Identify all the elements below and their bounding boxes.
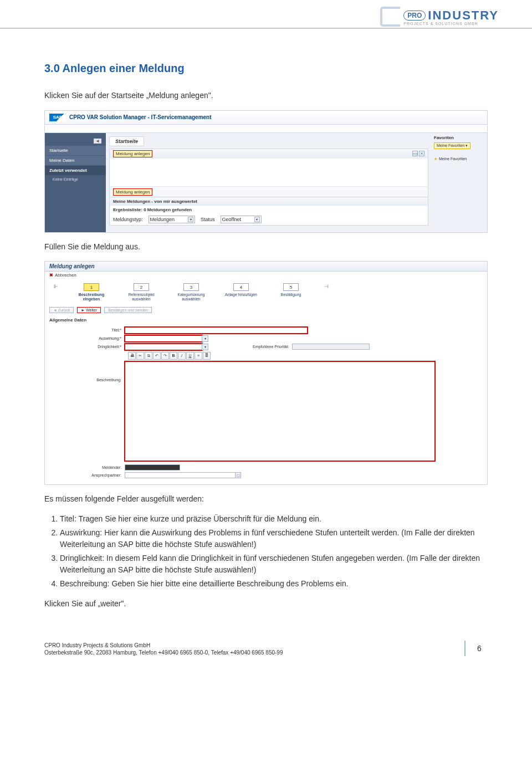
dringlichkeit-select[interactable] [125,344,202,350]
sap-window-header: SAP CPRO VAR Solution Manager - IT-Servi… [45,111,487,125]
section-heading: 3.0 Anlegen einer Meldung [44,62,488,75]
list-item: Titel: Tragen Sie hier eine kurze und pr… [60,513,488,525]
sidebar-item-keine-eintraege: Keine Einträge [45,175,106,183]
list-intro-paragraph: Es müssen folgende Felder ausgefüllt wer… [44,494,488,505]
meldungstyp-select[interactable]: Meldungen▾ [149,216,196,223]
favorites-heading: Favoriten [434,135,485,140]
copy-icon[interactable]: ⧉ [145,352,152,360]
value-help-icon[interactable]: ▢ [235,472,241,478]
app-title: CPRO VAR Solution Manager - IT-Servicema… [69,114,212,120]
close-icon: ✖ [49,273,53,278]
company-logo: PRO INDUSTRY PROJECTS & SOLUTIONS GMBH [380,7,499,27]
status-select[interactable]: Geöffnet▾ [221,216,262,223]
wizard-step-1[interactable]: 1Beschreibung eingeben [75,283,108,301]
cut-icon[interactable]: ✂ [136,352,144,360]
wizard-step-5[interactable]: 5Bestätigung [274,283,308,297]
abbrechen-button[interactable]: Abbrechen [55,273,76,278]
main-panel: Startseite Meldung anlegen ▭× Meldung an… [106,133,432,232]
auswirkung-select[interactable] [125,335,202,342]
meldender-label: Meldender: [50,466,125,469]
footer-address: Osterbekstraße 90c, 22083 Hamburg, Telef… [44,649,459,656]
list-item: Dringlichkeit: In diesem Feld kann die D… [60,553,488,576]
closing-paragraph: Klicken Sie auf „weiter". [44,599,488,610]
meldung-anlegen-link-header[interactable]: Meldung anlegen [113,150,152,157]
print-icon[interactable]: 🖶 [128,352,136,360]
align-left-icon[interactable]: ≡ [195,352,202,360]
empfohlene-prio-display [292,344,370,350]
meldender-input[interactable] [125,464,180,471]
collapse-icon[interactable]: ◄ [94,139,101,144]
dropdown-arrow-icon: ▾ [188,217,193,222]
field-list: Titel: Tragen Sie hier eine kurze und pr… [60,513,488,590]
window-controls-icon[interactable]: ▭× [412,151,424,156]
wizard-step-4[interactable]: 4Anlage hinzufügen [224,283,258,297]
step-start-icon: ⊩ [54,284,58,289]
favorites-panel: Favoriten Meine Favoriten ▾ ★Meine Favor… [432,133,487,232]
logo-main-text: INDUSTRY [428,8,499,23]
sidebar: ◄ Startseite Meine Daten Zuletzt verwend… [45,133,106,232]
richtext-toolbar: 🖶 ✂ ⧉ ↶ ↷ B I U ≡ ≣ [128,352,482,360]
auswirkung-label: Auswirkung:* [50,336,125,340]
titel-label: Titel:* [50,328,125,332]
dropdown-arrow-icon: ▾ [254,217,260,222]
allgemeine-daten-heading: Allgemeine Daten [45,314,487,326]
page-footer: CPRO Industry Projects & Solutions GmbH … [0,641,532,673]
sidebar-header-zuletzt: Zuletzt verwendet [45,166,106,175]
meine-favoriten-button[interactable]: Meine Favoriten ▾ [434,142,470,149]
ansprechpartner-label: Ansprechpartner: [50,473,125,477]
tab-startseite[interactable]: Startseite [109,136,144,146]
list-item: Auswirkung: Hier kann die Auswirkung des… [60,527,488,550]
meldung-anlegen-button[interactable]: Meldung anlegen [113,188,152,196]
star-icon: ★ [434,157,437,161]
wizard-steps: ⊩ 1Beschreibung eingeben 2Referenzobjekt… [45,279,487,305]
dropdown-arrow-icon: ▾ [202,335,208,342]
logo-pro-text: PRO [403,11,426,21]
sidebar-item-startseite[interactable]: Startseite [45,146,106,155]
redo-icon[interactable]: ↷ [161,352,169,360]
sidebar-item-meine-daten[interactable]: Meine Daten [45,156,106,165]
underline-icon[interactable]: U [186,352,194,360]
status-label: Status [201,217,215,222]
screenshot-startseite: SAP CPRO VAR Solution Manager - IT-Servi… [44,110,488,233]
page-number: 6 [471,641,488,656]
list-item: Beschreibung: Geben Sie hier bitte eine … [60,578,488,590]
dringlichkeit-label: Dringlichkeit:* [50,345,125,349]
beschreibung-label: Beschreibung: [50,361,125,382]
footer-divider [464,641,466,656]
zurueck-button[interactable]: ◄ Zurück [49,307,74,313]
screenshot-meldung-anlegen: Meldung anlegen ✖Abbrechen ⊩ 1Beschreibu… [44,261,488,484]
ansprechpartner-input[interactable] [125,472,236,478]
wizard-step-2[interactable]: 2Referenzobjekt auswählen [125,283,158,301]
wizard-step-3[interactable]: 3Kategorisierung auswählen [175,283,208,301]
sap-logo-icon: SAP [49,114,66,121]
meldungstyp-label: Meldungstyp: [113,217,143,222]
titel-input[interactable] [125,327,308,334]
meine-favoriten-link[interactable]: ★Meine Favoriten [434,157,485,161]
step-end-icon: ⊣ [324,284,329,289]
undo-icon[interactable]: ↶ [153,352,161,360]
sap-subheader [45,125,487,133]
meine-meldungen-header: Meine Meldungen - von mir ausgewertet [110,197,428,206]
align-center-icon[interactable]: ≣ [203,352,211,360]
footer-company: CPRO Industry Projects & Solutions GmbH [44,642,459,649]
weiter-button[interactable]: ► Weiter [77,307,101,313]
ergebnisliste-label: Ergebnisliste: 0 Meldungen gefunden [110,206,428,214]
dropdown-arrow-icon: ▾ [202,344,208,350]
bestatigen-button[interactable]: Bestätigen und senden [104,307,152,313]
intro-paragraph: Klicken Sie auf der Startseite „Meldung … [44,90,488,101]
between-paragraph: Füllen Sie die Meldung aus. [44,242,488,253]
empfohlene-prio-label: Empfohlene Priorität: [253,345,289,349]
form-title: Meldung anlegen [45,262,487,272]
logo-bracket-icon [380,7,400,27]
beschreibung-textarea[interactable] [125,361,435,461]
bold-icon[interactable]: B [170,352,177,360]
italic-icon[interactable]: I [178,352,186,360]
